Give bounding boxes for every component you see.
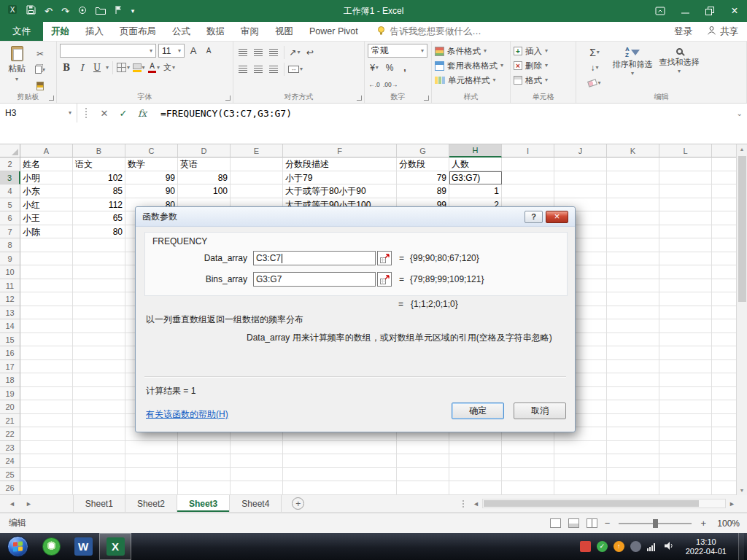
cell-K15[interactable] <box>607 333 659 347</box>
cell-G26[interactable] <box>397 481 449 495</box>
shrink-font-button[interactable]: A <box>202 44 215 58</box>
tab-power-pivot[interactable]: Power Pivot <box>301 22 366 41</box>
copy-button[interactable]: ▾ <box>34 63 47 77</box>
cell-L8[interactable] <box>659 238 712 252</box>
page-break-view-icon[interactable] <box>587 518 597 528</box>
cell-L16[interactable] <box>659 346 712 360</box>
cell-B23[interactable] <box>73 441 125 455</box>
row-header-22[interactable]: 22 <box>0 427 20 441</box>
cell-B6[interactable]: 65 <box>73 211 125 225</box>
cell-I26[interactable] <box>502 481 554 495</box>
cell-L7[interactable] <box>659 225 712 239</box>
cell-A25[interactable] <box>20 468 73 482</box>
sheet-tab-sheet2[interactable]: Sheet2 <box>125 495 177 512</box>
next-sheet-icon[interactable]: ► <box>26 500 32 508</box>
fill-button[interactable]: ↓▾ <box>582 61 607 74</box>
cell-J23[interactable] <box>554 441 607 455</box>
cell-K13[interactable] <box>607 306 659 320</box>
column-header-E[interactable]: E <box>231 144 283 158</box>
cell-A10[interactable] <box>20 265 73 279</box>
excel-app-icon[interactable]: X <box>7 4 18 18</box>
row-header-12[interactable]: 12 <box>0 292 20 306</box>
row-header-25[interactable]: 25 <box>0 468 20 482</box>
cell-C3[interactable]: 99 <box>125 171 178 185</box>
cell-L9[interactable] <box>659 252 712 266</box>
tab-splitter-grip[interactable] <box>462 495 464 512</box>
cell-E26[interactable] <box>231 481 283 495</box>
bins-array-input[interactable]: G3:G7 <box>253 272 376 287</box>
horizontal-scrollbar-thumb[interactable] <box>484 500 699 507</box>
function-help-link[interactable]: 有关该函数的帮助(H) <box>146 408 228 421</box>
number-format-combo[interactable]: 常规 ▾ <box>368 44 427 58</box>
cell-K2[interactable] <box>607 158 659 171</box>
input-method-tray-icon[interactable] <box>580 541 591 552</box>
paste-button[interactable]: 粘贴 ▾ <box>3 44 31 93</box>
row-header-15[interactable]: 15 <box>0 333 20 347</box>
align-center-button[interactable] <box>252 62 265 76</box>
cell-K12[interactable] <box>607 292 659 306</box>
format-cells-button[interactable]: 格式 ▾ <box>514 73 573 88</box>
cell-B5[interactable]: 112 <box>73 198 125 212</box>
align-left-button[interactable] <box>236 62 249 76</box>
align-right-button[interactable] <box>267 62 280 76</box>
cell-H25[interactable] <box>449 468 502 482</box>
cell-K11[interactable] <box>607 279 659 293</box>
cell-L12[interactable] <box>659 292 712 306</box>
cell-F24[interactable] <box>283 454 397 468</box>
previous-sheet-icon[interactable]: ◄ <box>9 500 15 508</box>
cell-I25[interactable] <box>502 468 554 482</box>
cell-K20[interactable] <box>607 400 659 414</box>
cell-G23[interactable] <box>397 441 449 455</box>
tell-me-box[interactable]: 告诉我您想要做什么… <box>376 22 481 41</box>
cell-A12[interactable] <box>20 292 73 306</box>
cell-B3[interactable]: 102 <box>73 171 125 185</box>
cell-F2[interactable]: 分数段描述 <box>283 158 397 171</box>
cell-L17[interactable] <box>659 360 712 374</box>
cell-A16[interactable] <box>20 346 73 360</box>
underline-button[interactable]: U <box>90 61 104 74</box>
sheet-tab-sheet1[interactable]: Sheet1 <box>73 495 125 512</box>
cell-J3[interactable] <box>554 171 607 185</box>
conditional-formatting-button[interactable]: 条件格式 ▾ <box>435 44 508 58</box>
zoom-slider[interactable] <box>619 523 692 524</box>
cell-H3[interactable]: G3:G7) <box>449 171 502 185</box>
cell-G2[interactable]: 分数段 <box>397 158 449 171</box>
cell-K6[interactable] <box>607 211 659 225</box>
cancel-entry-button[interactable]: ✕ <box>95 104 114 122</box>
cell-I24[interactable] <box>502 454 554 468</box>
cell-K8[interactable] <box>607 238 659 252</box>
align-bottom-button[interactable] <box>267 45 280 59</box>
cell-E2[interactable] <box>231 158 283 171</box>
wrap-text-button[interactable]: ↩ <box>303 45 317 59</box>
cell-G24[interactable] <box>397 454 449 468</box>
vertical-scrollbar-thumb[interactable] <box>738 156 746 302</box>
cell-L10[interactable] <box>659 265 712 279</box>
cell-E23[interactable] <box>231 441 283 455</box>
cell-K25[interactable] <box>607 468 659 482</box>
column-header-I[interactable]: I <box>502 144 554 158</box>
scroll-down-icon[interactable]: ▼ <box>740 486 745 495</box>
cell-styles-button[interactable]: 单元格样式 ▾ <box>435 73 508 88</box>
cell-I23[interactable] <box>502 441 554 455</box>
cell-L11[interactable] <box>659 279 712 293</box>
cell-K7[interactable] <box>607 225 659 239</box>
cell-B8[interactable] <box>73 238 125 252</box>
cell-L23[interactable] <box>659 441 712 455</box>
cell-K16[interactable] <box>607 346 659 360</box>
cell-C24[interactable] <box>125 454 178 468</box>
bold-button[interactable]: B <box>60 61 73 74</box>
cell-H23[interactable] <box>449 441 502 455</box>
alignment-dialog-launcher-icon[interactable] <box>357 96 362 101</box>
tab-review[interactable]: 审阅 <box>233 22 267 41</box>
cell-B15[interactable] <box>73 333 125 347</box>
cell-B4[interactable]: 85 <box>73 184 125 198</box>
cell-B25[interactable] <box>73 468 125 482</box>
cell-B7[interactable]: 80 <box>73 225 125 239</box>
cell-B24[interactable] <box>73 454 125 468</box>
cell-L3[interactable] <box>659 171 712 185</box>
cell-A5[interactable]: 小红 <box>20 198 73 212</box>
cell-L19[interactable] <box>659 387 712 401</box>
cell-B9[interactable] <box>73 252 125 266</box>
row-header-11[interactable]: 11 <box>0 279 20 293</box>
tab-data[interactable]: 数据 <box>198 22 233 41</box>
